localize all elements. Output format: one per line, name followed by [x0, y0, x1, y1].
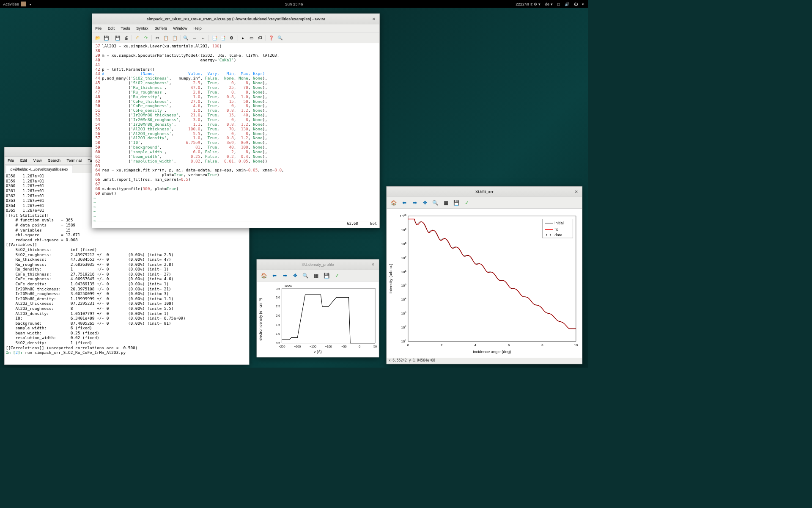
- menu-search[interactable]: Search: [45, 157, 63, 164]
- svg-text:104: 104: [401, 297, 407, 301]
- app-menu-dropdown[interactable]: [29, 2, 32, 6]
- ctags-icon[interactable]: 🏷: [256, 34, 263, 41]
- gvim-statusbar: 62,68 Bot: [92, 221, 379, 227]
- svg-text:incidence angle (deg): incidence angle (deg): [473, 350, 511, 354]
- volume-icon[interactable]: 🔊: [565, 2, 570, 6]
- session-load-icon[interactable]: 📑: [211, 34, 218, 41]
- gnome-topbar: Activities Sun 23:46 2222MHz ⚙ ▾ de ▾ ◻ …: [0, 0, 588, 8]
- save-icon[interactable]: 💾: [452, 199, 460, 207]
- svg-text:8: 8: [541, 343, 543, 347]
- subplots-icon[interactable]: ▦: [442, 199, 450, 207]
- pan-icon[interactable]: ✥: [291, 272, 299, 280]
- keyboard-layout-indicator[interactable]: de ▾: [545, 2, 553, 6]
- svg-text:0: 0: [359, 345, 360, 348]
- run-script-icon[interactable]: ⚙: [228, 34, 235, 41]
- cut-icon[interactable]: ✂: [154, 34, 161, 41]
- edit-icon[interactable]: ✓: [463, 199, 471, 207]
- svg-text:6: 6: [508, 343, 510, 347]
- svg-text:z (Å): z (Å): [314, 350, 321, 354]
- shell-icon[interactable]: ▭: [248, 34, 255, 41]
- clock[interactable]: Sun 23:46: [285, 2, 303, 6]
- find-help-icon[interactable]: 🔍: [276, 34, 283, 41]
- terminal-tab[interactable]: dk@helda:~/.../devel/xrayutilities/ex: [6, 165, 73, 173]
- scroll-position: Bot: [370, 221, 377, 227]
- svg-point-40: [546, 234, 547, 235]
- menu-file[interactable]: File: [5, 157, 17, 164]
- menu-edit[interactable]: Edit: [105, 25, 118, 32]
- menu-terminal[interactable]: Terminal: [63, 157, 85, 164]
- menu-view[interactable]: View: [30, 157, 45, 164]
- save-icon[interactable]: 💾: [322, 272, 330, 280]
- undo-icon[interactable]: ↶: [134, 34, 141, 41]
- pan-icon[interactable]: ✥: [421, 199, 429, 207]
- app-menu-icon[interactable]: [21, 2, 26, 7]
- save-icon[interactable]: 💾: [103, 34, 110, 41]
- back-icon[interactable]: ⬅: [400, 199, 408, 207]
- svg-text:2: 2: [441, 343, 442, 347]
- redo-icon[interactable]: ↷: [143, 34, 150, 41]
- svg-text:101: 101: [401, 339, 406, 343]
- save-all-icon[interactable]: 💾: [114, 34, 121, 41]
- fit-xrr-window[interactable]: XU:fit_xrr 🏠 ⬅ ➡ ✥ 🔍 ▦ 💾 ✓ 1011021031041…: [387, 186, 582, 364]
- cpu-freq-indicator[interactable]: 2222MHz ⚙ ▾: [516, 2, 540, 6]
- svg-text:−100: −100: [325, 345, 332, 348]
- find-prev-icon[interactable]: ←: [199, 34, 206, 41]
- svg-text:103: 103: [401, 311, 406, 315]
- menu-edit[interactable]: Edit: [17, 157, 30, 164]
- menu-syntax[interactable]: Syntax: [133, 25, 151, 32]
- svg-text:10: 10: [574, 343, 578, 347]
- density-profile-window[interactable]: XU:density_profile 🏠 ⬅ ➡ ✥ 🔍 ▦ 💾 ✓ 1e24 …: [257, 260, 379, 358]
- gvim-titlebar[interactable]: simpack_xrr_SiO2_Ru_CoFe_IrMn_Al2O3.py (…: [92, 14, 379, 25]
- make-icon[interactable]: ▸: [239, 34, 246, 41]
- gvim-window[interactable]: simpack_xrr_SiO2_Ru_CoFe_IrMn_Al2O3.py (…: [92, 14, 380, 228]
- paste-icon[interactable]: 📋: [171, 34, 178, 41]
- find-next-icon[interactable]: →: [191, 34, 198, 41]
- density-plot[interactable]: 1e24 0.51.0 1.52.0 2.53.0 3.5 −250−200 −…: [257, 282, 379, 357]
- home-icon[interactable]: 🏠: [260, 272, 268, 280]
- close-icon[interactable]: [372, 17, 377, 22]
- svg-rect-1: [282, 288, 375, 343]
- find-icon[interactable]: 🔍: [182, 34, 189, 41]
- help-icon[interactable]: ❓: [268, 34, 275, 41]
- subplots-icon[interactable]: ▦: [312, 272, 320, 280]
- svg-point-41: [550, 234, 551, 235]
- svg-text:electron density (e⁻ cm⁻³): electron density (e⁻ cm⁻³): [258, 298, 263, 340]
- forward-icon[interactable]: ➡: [411, 199, 419, 207]
- svg-text:2.5: 2.5: [276, 304, 280, 308]
- open-icon[interactable]: 📂: [94, 34, 101, 41]
- svg-text:1e24: 1e24: [284, 284, 292, 288]
- svg-text:−50: −50: [341, 345, 346, 348]
- svg-text:102: 102: [401, 325, 406, 329]
- forward-icon[interactable]: ➡: [281, 272, 289, 280]
- copy-icon[interactable]: 📋: [162, 34, 170, 41]
- cursor-position: 62,68: [347, 221, 358, 227]
- menu-file[interactable]: File: [92, 25, 105, 32]
- mpl-toolbar: 🏠 ⬅ ➡ ✥ 🔍 ▦ 💾 ✓: [387, 197, 582, 209]
- fit-plot[interactable]: 1011021031041051061071081091010 0246810 …: [387, 209, 582, 358]
- menu-window[interactable]: Window: [170, 25, 190, 32]
- back-icon[interactable]: ⬅: [270, 272, 278, 280]
- svg-text:data: data: [554, 233, 562, 237]
- system-menu-dropdown[interactable]: ▾: [582, 2, 584, 6]
- activities-button[interactable]: Activities: [3, 2, 19, 6]
- session-save-icon[interactable]: 📑: [219, 34, 226, 41]
- edit-icon[interactable]: ✓: [333, 272, 341, 280]
- tray-window-icon[interactable]: ◻: [557, 2, 560, 6]
- svg-text:3.0: 3.0: [276, 295, 280, 299]
- home-icon[interactable]: 🏠: [390, 199, 398, 207]
- menu-help[interactable]: Help: [190, 25, 205, 32]
- density-title: XU:density_profile: [302, 262, 334, 267]
- power-icon[interactable]: ⏻: [574, 2, 578, 6]
- fit-titlebar[interactable]: XU:fit_xrr: [387, 187, 582, 197]
- print-icon[interactable]: 🖨: [123, 34, 130, 41]
- close-icon[interactable]: [371, 262, 376, 267]
- close-icon[interactable]: [575, 189, 580, 194]
- editor-area[interactable]: 37lAl2O3 = xu.simpack.Layer(xu.materials…: [92, 43, 379, 221]
- zoom-icon[interactable]: 🔍: [302, 272, 310, 280]
- density-titlebar[interactable]: XU:density_profile: [257, 260, 379, 270]
- zoom-icon[interactable]: 🔍: [431, 199, 439, 207]
- gvim-toolbar: 📂 💾 💾 🖨 ↶ ↷ ✂ 📋 📋 🔍 → ← 📑 📑 ⚙ ▸ ▭ 🏷 ❓ 🔍: [92, 33, 379, 43]
- menu-buffers[interactable]: Buffers: [151, 25, 170, 32]
- menu-tools[interactable]: Tools: [118, 25, 133, 32]
- svg-text:2.0: 2.0: [276, 314, 280, 318]
